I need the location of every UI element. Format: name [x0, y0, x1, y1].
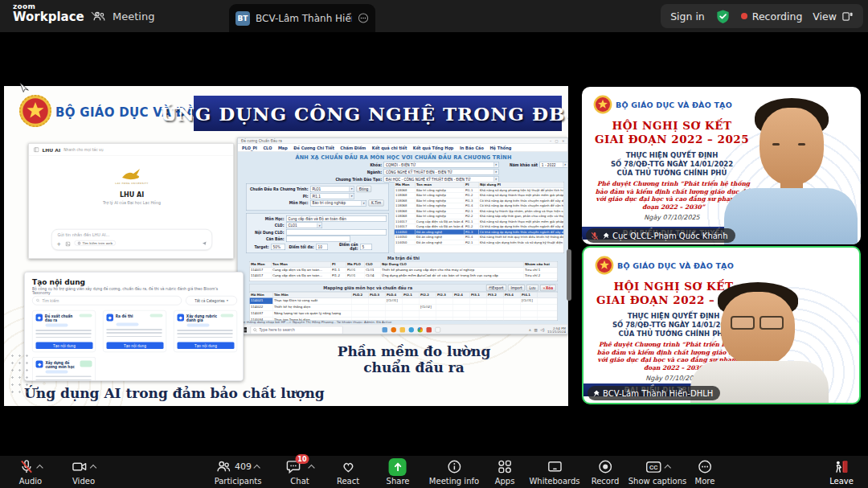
share-button[interactable]: Share — [387, 458, 410, 486]
window-controls-icons[interactable]: – ▢ ✕ — [550, 139, 566, 143]
security-shield-icon[interactable] — [715, 9, 731, 24]
chat-options-caret[interactable] — [308, 465, 314, 471]
video-button[interactable]: Video — [72, 458, 96, 486]
table-row[interactable]: 114017Cung cấp điện và Độ an toàn...PI1.… — [250, 273, 558, 279]
gallery-scrollbar[interactable] — [567, 249, 571, 301]
app-menu-item[interactable]: Kết quả Tổng Hợp — [413, 146, 454, 150]
audio-button[interactable]: Audio — [19, 458, 43, 486]
export-button[interactable]: 🗔 Export — [486, 285, 506, 291]
web-search-button[interactable]: Tìm kiếm trên web — [75, 240, 116, 246]
attach-plus-icon[interactable]: + — [57, 241, 61, 248]
save-button[interactable]: Lưu — [526, 285, 538, 291]
table-row[interactable]: 114050 Đồ án công nghệ PI2.1 Khả năng vậ… — [395, 240, 564, 246]
participants-options-caret[interactable] — [254, 465, 260, 471]
plo-select[interactable]: PLO1▾ — [310, 186, 354, 192]
send-icon[interactable] — [202, 241, 207, 247]
screen-share-badge: BT — [235, 11, 250, 26]
sidebar-toggle-icon[interactable] — [34, 147, 39, 153]
tool-search-input[interactable]: Tìm kiếm — [32, 296, 182, 306]
participant-tile-2-active[interactable]: BỘ GIÁO DỤC VÀ ĐÀO TẠO HỘI NGHỊ SƠ KẾT G… — [582, 246, 861, 404]
captions-button[interactable]: CC Show captions — [628, 458, 687, 486]
diemtoida-input[interactable]: 10 — [316, 244, 328, 250]
more-button[interactable]: More — [695, 458, 715, 486]
diemcandat-input[interactable]: 5 — [360, 244, 372, 250]
participant-tile-1[interactable]: BỘ GIÁO DỤC VÀ ĐÀO TẠO HỘI NGHỊ SƠ KẾT G… — [582, 87, 861, 244]
nam-select[interactable]: 1 - 2022▾ — [539, 162, 567, 168]
app-menu-item[interactable]: Kết quả chi tiết — [372, 146, 407, 150]
mh2-value-box[interactable]: Cung cấp điện và Độ an toàn điện — [286, 215, 387, 222]
image-icon[interactable] — [66, 242, 71, 247]
category-filter-select[interactable]: Tất cả Categories▾ — [186, 296, 237, 306]
card-create-button[interactable]: Tạo nội dung — [107, 342, 164, 350]
app-menu-item[interactable]: Map — [278, 146, 288, 150]
ktim-button[interactable]: K.Tìm — [369, 200, 384, 207]
app-menu-item[interactable]: PLO_PI — [242, 146, 257, 150]
whiteboards-button[interactable]: Whiteboards — [529, 458, 579, 486]
tool-card[interactable]: ◆ Xây dựng rubric đánh giá Tạo nội dung — [174, 310, 237, 352]
lhu-app-tagline[interactable]: Nhanh cho mọi tác vụ — [63, 148, 103, 152]
sign-in-button[interactable]: Sign in — [670, 10, 705, 23]
cell-pi: PI1.3 — [465, 230, 479, 235]
app-menu-item[interactable]: Đề Cương Chi Tiết — [293, 146, 334, 150]
table-row[interactable]: 114037Năng lượng tái tạo và quản lý năng… — [250, 311, 558, 318]
app-menu-item[interactable]: In Báo Cáo — [460, 146, 484, 150]
app-menu-item[interactable]: Chấm Điểm — [340, 146, 366, 150]
folder-app-icon[interactable] — [400, 327, 406, 333]
taskbar-app-icons[interactable] — [383, 327, 441, 333]
dong-button[interactable]: Đóng — [357, 186, 371, 192]
tab-shared-screen[interactable]: BT BCV-Lâm Thành Hiển-DHLH's scr — [229, 4, 375, 32]
tool-card[interactable]: ◆ Đề xuất chuẩn đầu ra Tạo nội dung — [32, 310, 96, 352]
captions-options-caret[interactable] — [664, 465, 670, 471]
table-row[interactable]: 114017Cung cấp điện và Độ an toàn...PI1.… — [250, 268, 558, 273]
target-input[interactable]: 50% — [271, 244, 285, 250]
monhoc-label: Môn Học: — [248, 201, 309, 205]
office-app-icon[interactable] — [427, 327, 432, 333]
video-label: Video — [72, 477, 95, 486]
cell — [470, 305, 487, 311]
delete-button[interactable]: ✕ Xóa — [540, 285, 556, 291]
chat-button[interactable]: 10 Chat — [286, 458, 314, 486]
participants-button[interactable]: 409 Participants — [215, 458, 262, 486]
mail-app-icon[interactable] — [383, 327, 388, 333]
clo-select[interactable]: CLO1▾ — [286, 223, 322, 229]
table-row[interactable]: 114021Thực tập Điện tử công suất[CLO1][C… — [250, 298, 558, 305]
zoom-workplace-logo[interactable]: zoom Workplace — [13, 3, 98, 24]
taskbar-search[interactable]: Type here to search — [251, 326, 343, 334]
tray-chevron-icon[interactable]: ∧ — [529, 328, 531, 332]
lhu-message-input[interactable]: Gửi tin nhắn đến LHU AI... + Tìm kiếm tr… — [51, 229, 212, 250]
pinned-app-icon[interactable] — [436, 327, 441, 333]
tool-card[interactable]: ◆ Xây dựng đề cương môn học — [32, 357, 96, 381]
system-tray[interactable]: ∧ ▥ ◁) 2:54 PM 11/21/2024 — [529, 326, 566, 334]
chrome-app-icon[interactable] — [418, 327, 424, 333]
taskbar-clock[interactable]: 2:54 PM 11/21/2024 — [547, 326, 566, 334]
matrix-table[interactable]: Mã MônTên MônPIMã PLOCLONội Dung CLONhóm… — [249, 261, 558, 281]
card-create-button[interactable]: Tạo nội dung — [36, 342, 93, 350]
mapping-grid[interactable]: Mã MônTên MônPLO.2PLO.3PLO.4PI2.1PI2.2PI… — [249, 292, 558, 321]
import-button[interactable]: Import — [508, 285, 525, 291]
tab-meeting[interactable]: Meeting — [92, 0, 154, 32]
card-create-button[interactable]: Tạo nội dung — [178, 342, 235, 350]
app-menu-item[interactable]: CLO — [263, 146, 272, 150]
canban-input[interactable] — [286, 236, 350, 243]
record-button[interactable]: Record — [592, 458, 620, 486]
pi-select[interactable]: PI1.1▾ — [310, 193, 354, 199]
view-button[interactable]: View — [813, 10, 854, 23]
tool-card[interactable]: ◆ Ra đề thi Tạo nội dung — [103, 310, 166, 352]
nganh-select[interactable]: CÔNG NGHỆ KỸ THUẬT ĐIỆN - ĐIỆN TỬ▾ — [384, 169, 499, 175]
apps-button[interactable]: Apps — [495, 458, 515, 486]
noidung-input[interactable] — [286, 229, 387, 236]
table-row[interactable]: 114022Thiết kế hệ thống điện[CLO2] — [250, 305, 558, 311]
leave-button[interactable]: Leave — [829, 458, 854, 486]
video-options-caret[interactable] — [90, 465, 96, 471]
tab-options-icon[interactable] — [358, 11, 369, 25]
app-menu-item[interactable]: Hệ Thống — [489, 146, 511, 150]
react-button[interactable]: React — [337, 458, 359, 486]
monhoc-select[interactable]: Bảo trì công nghiệp▾ — [310, 200, 366, 207]
audio-options-caret[interactable] — [36, 465, 43, 471]
khoa-select[interactable]: CQMỚI - ĐIỆN TỬ▾ — [384, 162, 499, 168]
pi-grid[interactable]: Mã MônTên mônPINội dung PI 118068 Bảo tr… — [394, 182, 564, 253]
firefox-app-icon[interactable] — [391, 327, 397, 333]
meeting-info-button[interactable]: Meeting info — [429, 458, 479, 486]
plo-label: Chuẩn Đầu Ra Chương Trình: — [248, 187, 309, 191]
edge-app-icon[interactable] — [409, 327, 415, 333]
